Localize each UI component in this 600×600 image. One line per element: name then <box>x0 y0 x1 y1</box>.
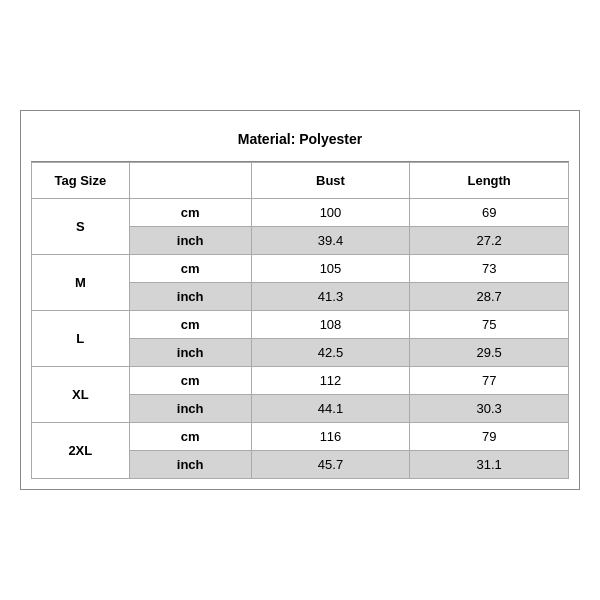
length-inch: 28.7 <box>410 283 569 311</box>
length-cm: 79 <box>410 423 569 451</box>
length-cm: 77 <box>410 367 569 395</box>
tag-size-header: Tag Size <box>32 163 130 199</box>
table-row: 2XLcm11679 <box>32 423 569 451</box>
size-chart-container: Material: Polyester Tag Size Bust Length… <box>20 110 580 490</box>
unit-cm: cm <box>129 311 251 339</box>
bust-header: Bust <box>251 163 410 199</box>
unit-cm: cm <box>129 367 251 395</box>
unit-inch: inch <box>129 283 251 311</box>
table-row: XLcm11277 <box>32 367 569 395</box>
unit-inch: inch <box>129 451 251 479</box>
bust-cm: 105 <box>251 255 410 283</box>
bust-cm: 108 <box>251 311 410 339</box>
table-row: Scm10069 <box>32 199 569 227</box>
size-cell: M <box>32 255 130 311</box>
table-row: Mcm10573 <box>32 255 569 283</box>
chart-title: Material: Polyester <box>31 121 569 162</box>
unit-inch: inch <box>129 339 251 367</box>
size-cell: 2XL <box>32 423 130 479</box>
unit-cm: cm <box>129 199 251 227</box>
length-cm: 69 <box>410 199 569 227</box>
bust-cm: 116 <box>251 423 410 451</box>
unit-inch: inch <box>129 395 251 423</box>
bust-inch: 44.1 <box>251 395 410 423</box>
bust-inch: 41.3 <box>251 283 410 311</box>
unit-cm: cm <box>129 423 251 451</box>
size-cell: XL <box>32 367 130 423</box>
bust-inch: 45.7 <box>251 451 410 479</box>
table-header-row: Tag Size Bust Length <box>32 163 569 199</box>
length-inch: 30.3 <box>410 395 569 423</box>
length-inch: 29.5 <box>410 339 569 367</box>
length-inch: 31.1 <box>410 451 569 479</box>
bust-inch: 39.4 <box>251 227 410 255</box>
length-cm: 75 <box>410 311 569 339</box>
size-cell: L <box>32 311 130 367</box>
length-header: Length <box>410 163 569 199</box>
length-cm: 73 <box>410 255 569 283</box>
bust-inch: 42.5 <box>251 339 410 367</box>
size-table: Tag Size Bust Length Scm10069inch39.427.… <box>31 162 569 479</box>
bust-cm: 112 <box>251 367 410 395</box>
size-cell: S <box>32 199 130 255</box>
length-inch: 27.2 <box>410 227 569 255</box>
unit-header <box>129 163 251 199</box>
unit-inch: inch <box>129 227 251 255</box>
unit-cm: cm <box>129 255 251 283</box>
bust-cm: 100 <box>251 199 410 227</box>
table-row: Lcm10875 <box>32 311 569 339</box>
